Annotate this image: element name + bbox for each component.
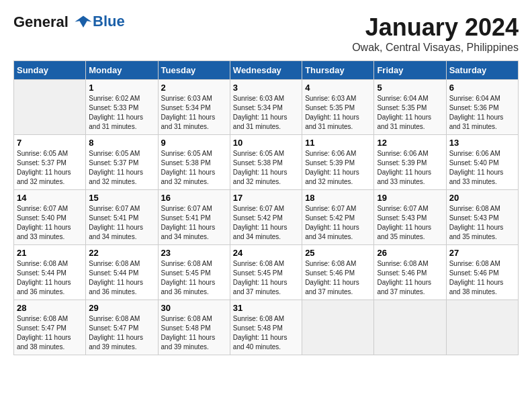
calendar-cell: 21 Sunrise: 6:08 AMSunset: 5:44 PMDaylig… xyxy=(14,245,86,300)
calendar-cell: 28 Sunrise: 6:08 AMSunset: 5:47 PMDaylig… xyxy=(14,300,86,355)
day-info: Sunrise: 6:04 AMSunset: 5:35 PMDaylight:… xyxy=(377,94,443,132)
calendar-cell: 27 Sunrise: 6:08 AMSunset: 5:46 PMDaylig… xyxy=(446,245,518,300)
calendar-cell: 25 Sunrise: 6:08 AMSunset: 5:46 PMDaylig… xyxy=(302,245,374,300)
day-info: Sunrise: 6:03 AMSunset: 5:34 PMDaylight:… xyxy=(233,94,299,132)
calendar-cell: 20 Sunrise: 6:08 AMSunset: 5:43 PMDaylig… xyxy=(446,190,518,245)
calendar-week-row: 14 Sunrise: 6:07 AMSunset: 5:40 PMDaylig… xyxy=(14,190,519,245)
day-number: 27 xyxy=(449,248,515,258)
calendar-cell: 12 Sunrise: 6:06 AMSunset: 5:39 PMDaylig… xyxy=(374,135,446,190)
day-info: Sunrise: 6:08 AMSunset: 5:45 PMDaylight:… xyxy=(233,259,299,297)
day-info: Sunrise: 6:03 AMSunset: 5:35 PMDaylight:… xyxy=(305,94,371,132)
day-number: 6 xyxy=(449,83,515,93)
day-info: Sunrise: 6:07 AMSunset: 5:40 PMDaylight:… xyxy=(17,204,83,242)
logo: General Blue xyxy=(13,13,125,32)
calendar-cell xyxy=(374,300,446,355)
day-number: 10 xyxy=(233,138,299,148)
day-info: Sunrise: 6:02 AMSunset: 5:33 PMDaylight:… xyxy=(89,94,154,132)
day-number: 2 xyxy=(161,83,227,93)
day-number: 15 xyxy=(89,193,154,203)
day-number: 22 xyxy=(89,248,154,258)
day-info: Sunrise: 6:08 AMSunset: 5:47 PMDaylight:… xyxy=(89,314,154,352)
day-info: Sunrise: 6:06 AMSunset: 5:39 PMDaylight:… xyxy=(377,149,443,187)
day-info: Sunrise: 6:05 AMSunset: 5:38 PMDaylight:… xyxy=(233,149,299,187)
calendar-cell: 16 Sunrise: 6:07 AMSunset: 5:41 PMDaylig… xyxy=(158,190,230,245)
calendar-cell xyxy=(302,300,374,355)
day-info: Sunrise: 6:08 AMSunset: 5:43 PMDaylight:… xyxy=(449,204,515,242)
day-number: 16 xyxy=(161,193,227,203)
calendar-cell: 19 Sunrise: 6:07 AMSunset: 5:43 PMDaylig… xyxy=(374,190,446,245)
day-number: 14 xyxy=(17,193,83,203)
day-info: Sunrise: 6:05 AMSunset: 5:37 PMDaylight:… xyxy=(89,149,154,187)
day-number: 7 xyxy=(17,138,83,148)
day-info: Sunrise: 6:07 AMSunset: 5:42 PMDaylight:… xyxy=(305,204,371,242)
header-thursday: Thursday xyxy=(302,61,374,80)
day-number: 20 xyxy=(449,193,515,203)
header-wednesday: Wednesday xyxy=(230,61,302,80)
day-info: Sunrise: 6:08 AMSunset: 5:44 PMDaylight:… xyxy=(17,259,83,297)
calendar-week-row: 7 Sunrise: 6:05 AMSunset: 5:37 PMDayligh… xyxy=(14,135,519,190)
day-info: Sunrise: 6:07 AMSunset: 5:41 PMDaylight:… xyxy=(89,204,154,242)
calendar-cell: 11 Sunrise: 6:06 AMSunset: 5:39 PMDaylig… xyxy=(302,135,374,190)
calendar-cell: 5 Sunrise: 6:04 AMSunset: 5:35 PMDayligh… xyxy=(374,80,446,135)
svg-marker-0 xyxy=(75,16,91,28)
calendar-cell: 13 Sunrise: 6:06 AMSunset: 5:40 PMDaylig… xyxy=(446,135,518,190)
calendar-cell: 14 Sunrise: 6:07 AMSunset: 5:40 PMDaylig… xyxy=(14,190,86,245)
calendar-cell: 10 Sunrise: 6:05 AMSunset: 5:38 PMDaylig… xyxy=(230,135,302,190)
day-info: Sunrise: 6:05 AMSunset: 5:37 PMDaylight:… xyxy=(17,149,83,187)
title-block: January 2024 Owak, Central Visayas, Phil… xyxy=(352,13,519,54)
calendar-week-row: 21 Sunrise: 6:08 AMSunset: 5:44 PMDaylig… xyxy=(14,245,519,300)
header-sunday: Sunday xyxy=(14,61,86,80)
calendar-cell: 30 Sunrise: 6:08 AMSunset: 5:48 PMDaylig… xyxy=(158,300,230,355)
day-info: Sunrise: 6:08 AMSunset: 5:45 PMDaylight:… xyxy=(161,259,227,297)
day-number: 9 xyxy=(161,138,227,148)
day-number: 29 xyxy=(89,303,154,313)
calendar-cell: 3 Sunrise: 6:03 AMSunset: 5:34 PMDayligh… xyxy=(230,80,302,135)
calendar-cell xyxy=(14,80,86,135)
calendar-cell: 17 Sunrise: 6:07 AMSunset: 5:42 PMDaylig… xyxy=(230,190,302,245)
day-number: 18 xyxy=(305,193,371,203)
calendar-cell: 22 Sunrise: 6:08 AMSunset: 5:44 PMDaylig… xyxy=(86,245,158,300)
day-number: 1 xyxy=(89,83,154,93)
day-number: 28 xyxy=(17,303,83,313)
day-info: Sunrise: 6:07 AMSunset: 5:41 PMDaylight:… xyxy=(161,204,227,242)
calendar-cell: 6 Sunrise: 6:04 AMSunset: 5:36 PMDayligh… xyxy=(446,80,518,135)
calendar-cell: 18 Sunrise: 6:07 AMSunset: 5:42 PMDaylig… xyxy=(302,190,374,245)
day-info: Sunrise: 6:08 AMSunset: 5:48 PMDaylight:… xyxy=(161,314,227,352)
calendar-cell: 2 Sunrise: 6:03 AMSunset: 5:34 PMDayligh… xyxy=(158,80,230,135)
calendar-cell: 8 Sunrise: 6:05 AMSunset: 5:37 PMDayligh… xyxy=(86,135,158,190)
location: Owak, Central Visayas, Philippines xyxy=(352,42,519,54)
day-info: Sunrise: 6:06 AMSunset: 5:40 PMDaylight:… xyxy=(449,149,515,187)
day-number: 11 xyxy=(305,138,371,148)
day-number: 25 xyxy=(305,248,371,258)
header-friday: Friday xyxy=(374,61,446,80)
day-number: 12 xyxy=(377,138,443,148)
day-number: 8 xyxy=(89,138,154,148)
calendar-cell: 4 Sunrise: 6:03 AMSunset: 5:35 PMDayligh… xyxy=(302,80,374,135)
day-info: Sunrise: 6:08 AMSunset: 5:44 PMDaylight:… xyxy=(89,259,154,297)
calendar-cell: 29 Sunrise: 6:08 AMSunset: 5:47 PMDaylig… xyxy=(86,300,158,355)
day-number: 23 xyxy=(161,248,227,258)
logo-general: General xyxy=(13,13,69,30)
header-tuesday: Tuesday xyxy=(158,61,230,80)
calendar-cell: 15 Sunrise: 6:07 AMSunset: 5:41 PMDaylig… xyxy=(86,190,158,245)
day-number: 13 xyxy=(449,138,515,148)
day-info: Sunrise: 6:08 AMSunset: 5:46 PMDaylight:… xyxy=(449,259,515,297)
day-number: 4 xyxy=(305,83,371,93)
day-number: 19 xyxy=(377,193,443,203)
day-info: Sunrise: 6:05 AMSunset: 5:38 PMDaylight:… xyxy=(161,149,227,187)
day-info: Sunrise: 6:08 AMSunset: 5:48 PMDaylight:… xyxy=(233,314,299,352)
calendar-cell: 31 Sunrise: 6:08 AMSunset: 5:48 PMDaylig… xyxy=(230,300,302,355)
day-info: Sunrise: 6:03 AMSunset: 5:34 PMDaylight:… xyxy=(161,94,227,132)
day-number: 3 xyxy=(233,83,299,93)
logo-blue: Blue xyxy=(93,13,125,30)
calendar-cell: 1 Sunrise: 6:02 AMSunset: 5:33 PMDayligh… xyxy=(86,80,158,135)
day-info: Sunrise: 6:08 AMSunset: 5:47 PMDaylight:… xyxy=(17,314,83,352)
header-monday: Monday xyxy=(86,61,158,80)
day-number: 5 xyxy=(377,83,443,93)
day-info: Sunrise: 6:07 AMSunset: 5:43 PMDaylight:… xyxy=(377,204,443,242)
day-number: 21 xyxy=(17,248,83,258)
day-number: 31 xyxy=(233,303,299,313)
calendar-cell: 26 Sunrise: 6:08 AMSunset: 5:46 PMDaylig… xyxy=(374,245,446,300)
calendar-cell xyxy=(446,300,518,355)
day-info: Sunrise: 6:08 AMSunset: 5:46 PMDaylight:… xyxy=(305,259,371,297)
